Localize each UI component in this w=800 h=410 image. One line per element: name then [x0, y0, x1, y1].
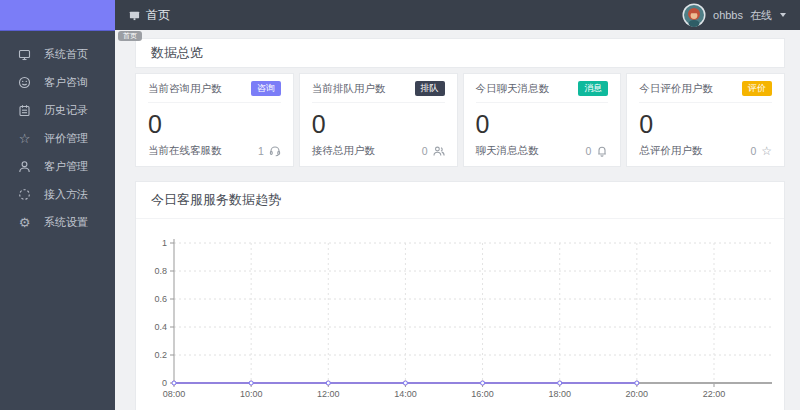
- stat-card-footer-value: 0: [750, 145, 756, 157]
- stat-card-ratings: 今日评价用户数 评价 0 总评价用户数 0 ☆: [626, 73, 785, 167]
- status-badge: 排队: [415, 81, 445, 96]
- username: ohbbs: [713, 9, 743, 21]
- breadcrumb[interactable]: 首页: [129, 7, 170, 24]
- top-header: 首页 ohbbs 在线: [115, 0, 800, 30]
- svg-text:12:00: 12:00: [317, 389, 340, 399]
- stat-card-footer-label: 聊天消息总数: [476, 144, 539, 158]
- star-icon: ☆: [761, 145, 772, 157]
- sidebar: 系统首页 客户咨询 历史记录 ☆ 评价管理 客户管理: [0, 0, 115, 410]
- sidebar-item-consult[interactable]: 客户咨询: [0, 68, 115, 96]
- sidebar-item-label: 评价管理: [44, 131, 88, 146]
- main-content: 首页 数据总览 当前咨询用户数 咨询 0 当前在线客服数 1 当前排队用户数 排…: [115, 30, 800, 410]
- svg-text:0: 0: [162, 378, 167, 388]
- chevron-down-icon: [780, 13, 786, 17]
- svg-text:20:00: 20:00: [626, 389, 649, 399]
- home-icon: [129, 10, 140, 21]
- stat-card-queue: 当前排队用户数 排队 0 接待总用户数 0: [299, 73, 458, 167]
- svg-text:0.4: 0.4: [154, 322, 167, 332]
- svg-text:0.8: 0.8: [154, 266, 167, 276]
- sidebar-item-label: 客户咨询: [44, 75, 88, 90]
- stat-card-value: 0: [148, 110, 281, 139]
- trend-chart-panel: 今日客服服务数据趋势 00.20.40.60.8108:0010:0012:00…: [135, 181, 785, 410]
- stat-card-consulting: 当前咨询用户数 咨询 0 当前在线客服数 1: [135, 73, 294, 167]
- chart-title: 今日客服服务数据趋势: [136, 182, 784, 219]
- status-badge: 咨询: [251, 81, 281, 96]
- spinner-icon: [17, 188, 32, 201]
- stat-card-footer-value: 0: [585, 145, 591, 157]
- sidebar-item-home[interactable]: 系统首页: [0, 40, 115, 68]
- stat-card-value: 0: [312, 110, 445, 139]
- sidebar-item-settings[interactable]: ⚙ 系统设置: [0, 208, 115, 236]
- notebook-icon: [17, 104, 32, 117]
- svg-text:22:00: 22:00: [703, 389, 726, 399]
- stat-card-title: 今日聊天消息数: [476, 82, 550, 96]
- svg-text:14:00: 14:00: [394, 389, 417, 399]
- sidebar-item-label: 客户管理: [44, 159, 88, 174]
- svg-text:0.2: 0.2: [154, 350, 167, 360]
- stat-card-title: 当前排队用户数: [312, 82, 386, 96]
- sidebar-nav: 系统首页 客户咨询 历史记录 ☆ 评价管理 客户管理: [0, 30, 115, 236]
- svg-text:18:00: 18:00: [548, 389, 571, 399]
- stat-card-footer-label: 接待总用户数: [312, 144, 375, 158]
- status-badge: 评价: [742, 81, 772, 96]
- sidebar-item-history[interactable]: 历史记录: [0, 96, 115, 124]
- stat-card-value: 0: [476, 110, 609, 139]
- users-icon: [433, 145, 445, 157]
- user-icon: [17, 160, 32, 173]
- sidebar-item-label: 历史记录: [44, 103, 88, 118]
- stat-card-messages: 今日聊天消息数 消息 0 聊天消息总数 0: [463, 73, 622, 167]
- user-status: 在线: [750, 8, 772, 23]
- stat-card-footer-value: 1: [258, 145, 264, 157]
- chat-smile-icon: [17, 76, 32, 89]
- avatar: [682, 3, 706, 27]
- gear-icon: ⚙: [17, 216, 32, 229]
- app-logo: [0, 0, 115, 30]
- sidebar-item-label: 系统首页: [44, 47, 88, 62]
- user-menu[interactable]: ohbbs 在线: [682, 3, 786, 27]
- stat-card-footer-value: 0: [422, 145, 428, 157]
- sidebar-item-label: 系统设置: [44, 215, 88, 230]
- monitor-icon: [17, 48, 32, 61]
- bell-icon: [596, 145, 608, 157]
- svg-text:0.6: 0.6: [154, 294, 167, 304]
- svg-text:10:00: 10:00: [240, 389, 263, 399]
- stat-cards-row: 当前咨询用户数 咨询 0 当前在线客服数 1 当前排队用户数 排队 0 接待总用…: [135, 73, 785, 167]
- breadcrumb-label: 首页: [146, 7, 170, 24]
- svg-text:16:00: 16:00: [471, 389, 494, 399]
- sidebar-item-customers[interactable]: 客户管理: [0, 152, 115, 180]
- stat-card-value: 0: [639, 110, 772, 139]
- sidebar-item-reviews[interactable]: ☆ 评价管理: [0, 124, 115, 152]
- sidebar-item-integration[interactable]: 接入方法: [0, 180, 115, 208]
- stat-card-footer-label: 总评价用户数: [639, 144, 702, 158]
- headset-icon: [269, 145, 281, 157]
- stat-card-footer-label: 当前在线客服数: [148, 144, 222, 158]
- star-icon: ☆: [17, 132, 32, 145]
- svg-text:08:00: 08:00: [163, 389, 186, 399]
- trend-line-chart: 00.20.40.60.8108:0010:0012:0014:0016:001…: [140, 233, 780, 410]
- svg-text:1: 1: [162, 238, 167, 248]
- sidebar-item-label: 接入方法: [44, 187, 88, 202]
- page-tab-tag[interactable]: 首页: [118, 31, 142, 41]
- status-badge: 消息: [578, 81, 608, 96]
- overview-panel-title: 数据总览: [135, 38, 785, 68]
- stat-card-title: 今日评价用户数: [639, 82, 713, 96]
- stat-card-title: 当前咨询用户数: [148, 82, 222, 96]
